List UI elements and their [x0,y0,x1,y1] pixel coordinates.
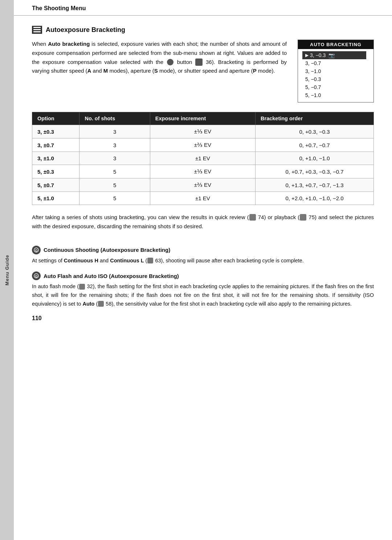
col-header-shots: No. of shots [79,112,150,125]
table-row: 3, ±0.3 3 ±⅓ EV 0, +0.3, −0.3 [32,125,374,138]
sidebar: Menu Guide [0,0,14,540]
menu-item-3[interactable]: 5, −0.3 [305,75,366,83]
page-ref-36-icon [195,59,203,66]
sidebar-label: Menu Guide [4,255,10,285]
menu-box-header: AUTO BRACKETING [298,40,373,49]
table-row: 3, ±1.0 3 ±1 EV 0, +1.0, −1.0 [32,152,374,165]
note-title-2: Auto Flash and Auto ISO (Autoexposure Br… [44,273,179,279]
cell-option-1: 3, ±0.7 [32,138,79,152]
auto-bracketing-menu: AUTO BRACKETING ▶ 3, −0.3 📷 3, −0.7 3, −… [298,40,374,102]
note-section-1: Q Continuous Shooting (Autoexposure Brac… [32,246,374,265]
cell-increment-0: ±⅓ EV [150,125,255,138]
svg-rect-2 [33,31,41,32]
menu-icon [32,26,42,34]
note-heading-1: Q Continuous Shooting (Autoexposure Brac… [32,246,374,254]
col-header-increment: Exposure increment [150,112,255,125]
svg-text:Q: Q [35,274,37,278]
cell-increment-1: ±⅔ EV [150,138,255,152]
svg-rect-1 [33,29,41,30]
note-title-1: Continuous Shooting (Autoexposure Bracke… [44,247,170,253]
cell-order-4: 0, +1.3, +0.7, −0.7, −1.3 [256,178,374,192]
table-row: 5, ±1.0 5 ±1 EV 0, +2.0, +1.0, −1.0, −2.… [32,192,374,205]
svg-rect-0 [33,27,41,28]
cell-option-2: 3, ±1.0 [32,152,79,165]
cell-option-5: 5, ±1.0 [32,192,79,205]
exposure-comp-icon [167,59,173,65]
note-icon-2: Q [32,271,41,280]
cell-option-3: 5, ±0.3 [32,165,79,178]
cell-increment-2: ±1 EV [150,152,255,165]
cell-order-3: 0, +0.7, +0.3, −0.3, −0.7 [256,165,374,178]
page-ref-63-icon [147,258,153,263]
cell-increment-4: ±⅔ EV [150,178,255,192]
cell-shots-4: 5 [79,178,150,192]
note-section-2: Q Auto Flash and Auto ISO (Autoexposure … [32,271,374,309]
cell-order-1: 0, +0.7, −0.7 [256,138,374,152]
table-row: 5, ±0.3 5 ±⅓ EV 0, +0.7, +0.3, −0.3, −0.… [32,165,374,178]
menu-box-body: ▶ 3, −0.3 📷 3, −0.7 3, −1.0 5, −0.3 5, −… [298,49,373,102]
cell-shots-5: 5 [79,192,150,205]
note-text-1: At settings of Continuous H and Continuo… [32,257,374,265]
menu-item-0[interactable]: ▶ 3, −0.3 📷 [302,51,366,59]
section-title: Autoexposure Bracketing [46,26,125,34]
cell-option-4: 5, ±0.7 [32,178,79,192]
menu-item-5[interactable]: 5, −1.0 [305,91,366,99]
menu-item-1[interactable]: 3, −0.7 [305,59,366,67]
note-text-2: In auto flash mode ( 32), the flash sett… [32,282,374,309]
page-ref-74-icon [249,214,256,221]
col-header-option: Option [32,112,79,125]
section-heading: Autoexposure Bracketing [32,26,374,34]
svg-text:Q: Q [35,249,37,252]
menu-item-label-0: 3, −0.3 [310,52,326,58]
cell-shots-3: 5 [79,165,150,178]
note-icon-1: Q [32,246,41,254]
page-number: 110 [32,315,374,325]
page-ref-32-icon [79,284,85,290]
cell-shots-2: 3 [79,152,150,165]
main-content: The Shooting Menu Autoexposure Bracketin… [14,0,392,540]
cell-shots-1: 3 [79,138,150,152]
menu-item-4[interactable]: 5, −0.7 [305,83,366,91]
bracketing-symbol: 📷 [328,52,335,58]
col-header-order: Bracketing order [256,112,374,125]
cell-increment-5: ±1 EV [150,192,255,205]
table-row: 5, ±0.7 5 ±⅔ EV 0, +1.3, +0.7, −0.7, −1.… [32,178,374,192]
bracketing-table: Option No. of shots Exposure increment B… [32,112,374,205]
body-content: Autoexposure Bracketing When Auto bracke… [14,16,392,540]
page-ref-58-icon [98,301,104,307]
page-title: The Shooting Menu [32,5,86,11]
menu-item-2[interactable]: 3, −1.0 [305,67,366,75]
page-ref-75-icon [300,214,306,221]
note-heading-2: Q Auto Flash and Auto ISO (Autoexposure … [32,271,374,280]
cell-order-2: 0, +1.0, −1.0 [256,152,374,165]
cell-shots-0: 3 [79,125,150,138]
intro-area: When Auto bracketing is selected, exposu… [32,40,374,102]
cell-order-5: 0, +2.0, +1.0, −1.0, −2.0 [256,192,374,205]
cell-order-0: 0, +0.3, −0.3 [256,125,374,138]
intro-text: When Auto bracketing is selected, exposu… [32,40,287,102]
after-table-text: After taking a series of shots using bra… [32,213,374,231]
top-header: The Shooting Menu [14,0,392,16]
cell-option-0: 3, ±0.3 [32,125,79,138]
cell-increment-3: ±⅓ EV [150,165,255,178]
selected-check-icon: ▶ [305,53,309,58]
table-row: 3, ±0.7 3 ±⅔ EV 0, +0.7, −0.7 [32,138,374,152]
